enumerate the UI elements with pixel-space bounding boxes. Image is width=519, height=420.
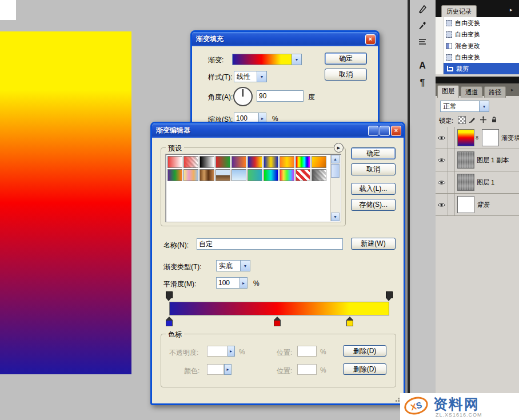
layer-thumbnail[interactable] — [457, 129, 474, 146]
history-row-gutter[interactable] — [436, 51, 444, 63]
gradient-preset-swatch[interactable] — [264, 156, 278, 168]
new-button[interactable]: 新建(W) — [351, 238, 396, 250]
delete-color-button[interactable]: 删除(D) — [343, 363, 386, 375]
tab-layers-0[interactable]: 图层 — [437, 85, 459, 98]
scroll-down-icon[interactable]: ▼ — [331, 213, 340, 221]
gradient-preset-swatch[interactable] — [312, 169, 326, 181]
gradient-preset-swatch[interactable] — [296, 169, 310, 181]
layer-thumbnail[interactable] — [457, 151, 474, 169]
lock-transparency-icon[interactable] — [457, 115, 466, 124]
gradient-editor-titlebar[interactable]: 渐变编辑器 × — [152, 123, 404, 138]
spinner-arrow-icon[interactable]: ▸ — [227, 346, 235, 357]
angle-dial[interactable] — [233, 87, 253, 106]
lock-all-icon[interactable] — [490, 115, 498, 124]
history-item[interactable]: 自由变换 — [436, 51, 519, 63]
smoothness-input[interactable] — [216, 277, 240, 289]
ok-button[interactable]: 确定 — [325, 53, 367, 65]
preset-menu-icon[interactable]: ▶ — [334, 143, 344, 153]
restore-button[interactable] — [380, 126, 390, 136]
layer-row[interactable]: 图层 1 副本 — [436, 149, 519, 171]
scroll-up-icon[interactable]: ▲ — [331, 155, 340, 163]
presets-scrollbar[interactable]: ▲ ▼ — [330, 155, 340, 221]
history-item[interactable]: 裁剪 — [436, 63, 519, 74]
visibility-eye-icon[interactable] — [436, 194, 448, 215]
gradient-type-label: 渐变类型(T): — [163, 262, 202, 272]
history-item[interactable]: 混合更改 — [436, 40, 519, 51]
name-input[interactable] — [197, 238, 343, 250]
layer-thumbnail[interactable] — [457, 174, 474, 191]
paragraph-tool-icon[interactable]: ¶ — [416, 76, 429, 90]
gradient-preset-swatch[interactable] — [183, 156, 198, 168]
color-swatch[interactable] — [207, 364, 224, 375]
blend-mode-select[interactable]: 正常 ▾ — [440, 101, 489, 112]
opacity-stop[interactable] — [166, 291, 173, 298]
gradient-type-select[interactable]: 实底 ▾ — [216, 260, 250, 271]
cancel-button[interactable]: 取消 — [325, 69, 367, 81]
tab-layers-1[interactable]: 通道 — [461, 86, 482, 98]
gradient-preset-swatch[interactable] — [215, 156, 230, 168]
visibility-eye-icon[interactable] — [436, 127, 448, 149]
lock-position-icon[interactable] — [479, 115, 488, 124]
gradient-preset-swatch[interactable] — [183, 169, 198, 181]
gradient-preset-swatch[interactable] — [199, 156, 214, 168]
layer-mask-thumbnail[interactable] — [482, 129, 499, 146]
history-item[interactable]: 自由变换 — [436, 29, 519, 40]
gradient-preset-swatch[interactable] — [296, 156, 310, 168]
gradient-preset-swatch[interactable] — [312, 156, 326, 168]
spinner-arrow-icon[interactable]: ▸ — [240, 277, 247, 289]
opacity-input[interactable] — [207, 346, 227, 357]
gradient-preset-swatch[interactable] — [264, 169, 278, 181]
position-input[interactable] — [297, 364, 317, 375]
gradient-fill-titlebar[interactable]: 渐变填充 × — [192, 32, 378, 46]
history-panel-menu-icon[interactable]: ▸ — [510, 7, 513, 13]
gradient-picker[interactable]: ▾ — [232, 54, 302, 65]
layers-panel-menu-icon[interactable]: ▸ — [511, 87, 514, 93]
load-button[interactable]: 载入(L)... — [351, 183, 396, 195]
eyedropper-tool-icon[interactable] — [416, 19, 429, 33]
gradient-preset-swatch[interactable] — [231, 169, 246, 181]
history-item[interactable]: 自由变换 — [436, 17, 519, 29]
gradient-preset-swatch[interactable] — [199, 169, 214, 181]
ok-button[interactable]: 确定 — [351, 147, 396, 159]
scrollbar-thumb[interactable] — [331, 164, 340, 178]
color-stop[interactable] — [166, 317, 173, 326]
layer-row[interactable]: 背景 — [436, 194, 519, 216]
close-icon[interactable]: × — [365, 34, 376, 45]
position-input[interactable] — [297, 346, 317, 357]
close-icon[interactable]: × — [391, 126, 401, 136]
style-select[interactable]: 线性 ▾ — [234, 71, 267, 82]
gradient-bar[interactable] — [169, 302, 389, 315]
layer-row[interactable]: 图层 1 — [436, 171, 519, 194]
layer-row[interactable]: 8渐变填 — [436, 127, 519, 149]
history-row-gutter[interactable] — [436, 29, 444, 40]
color-stop[interactable] — [274, 317, 281, 326]
cancel-button[interactable]: 取消 — [351, 163, 396, 175]
gradient-preset-swatch[interactable] — [247, 156, 262, 168]
type-tool-icon[interactable]: A — [416, 59, 429, 73]
gradient-preset-swatch[interactable] — [247, 169, 262, 181]
delete-opacity-button[interactable]: 删除(D) — [343, 345, 386, 357]
history-row-gutter[interactable] — [436, 17, 444, 29]
gradient-preset-swatch[interactable] — [167, 156, 182, 168]
gradient-preset-swatch[interactable] — [231, 156, 246, 168]
gradient-preset-swatch[interactable] — [167, 169, 182, 181]
opacity-stop[interactable] — [386, 291, 393, 298]
gradient-preset-swatch[interactable] — [280, 169, 294, 181]
minimize-button[interactable] — [368, 126, 378, 136]
lock-image-icon[interactable] — [468, 115, 477, 124]
pen-tool-icon[interactable] — [416, 2, 429, 16]
history-row-gutter[interactable] — [436, 63, 444, 74]
gradient-preset-swatch[interactable] — [280, 156, 294, 168]
measure-tool-icon[interactable] — [416, 34, 429, 48]
spinner-arrow-icon[interactable]: ▸ — [224, 364, 231, 375]
tab-layers-2[interactable]: 路径 — [484, 86, 506, 98]
angle-input[interactable] — [257, 90, 304, 102]
color-stop[interactable] — [346, 317, 353, 326]
save-button[interactable]: 存储(S)... — [351, 199, 396, 211]
gradient-preset-swatch[interactable] — [215, 169, 230, 181]
visibility-eye-icon[interactable] — [436, 149, 448, 171]
tab-history[interactable]: 历史记录 — [441, 5, 477, 18]
layer-thumbnail[interactable] — [457, 196, 474, 213]
history-row-gutter[interactable] — [436, 40, 444, 51]
visibility-eye-icon[interactable] — [436, 171, 448, 193]
